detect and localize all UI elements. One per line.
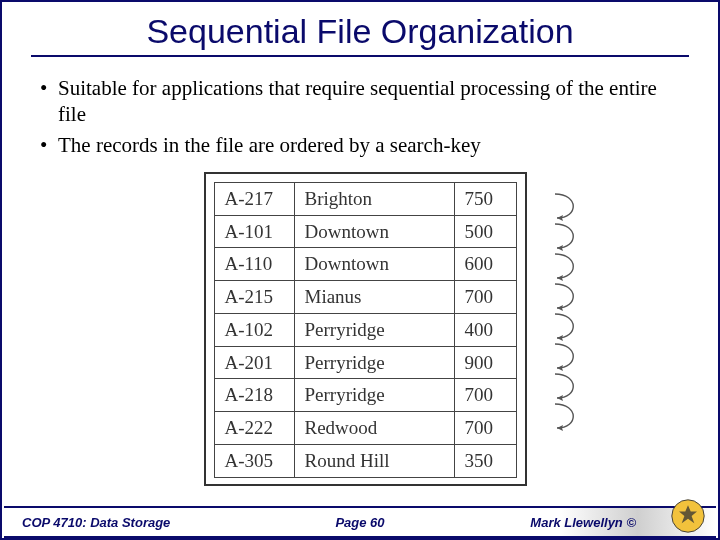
cell-name: Perryridge bbox=[294, 313, 454, 346]
cell-name: Perryridge bbox=[294, 346, 454, 379]
footer-left: COP 4710: Data Storage bbox=[22, 515, 170, 530]
footer-right: Mark Llewellyn © bbox=[530, 515, 636, 530]
table-row: A-102Perryridge400 bbox=[214, 313, 516, 346]
bullet-marker: • bbox=[40, 75, 58, 128]
cell-id: A-201 bbox=[214, 346, 294, 379]
record-table: A-217Brighton750A-101Downtown500A-110Dow… bbox=[214, 182, 517, 478]
table-row: A-201Perryridge900 bbox=[214, 346, 516, 379]
footer-center: Page 60 bbox=[335, 515, 384, 530]
cell-name: Brighton bbox=[294, 182, 454, 215]
cell-value: 600 bbox=[454, 248, 516, 281]
link-arrow-icon bbox=[553, 396, 587, 434]
cell-value: 700 bbox=[454, 412, 516, 445]
bullet-text: The records in the file are ordered by a… bbox=[58, 132, 690, 158]
table-row: A-218Perryridge700 bbox=[214, 379, 516, 412]
bullet-item: • Suitable for applications that require… bbox=[40, 75, 690, 128]
slide: Sequential File Organization • Suitable … bbox=[0, 0, 720, 540]
cell-id: A-222 bbox=[214, 412, 294, 445]
table-row: A-101Downtown500 bbox=[214, 215, 516, 248]
table-row: A-110Downtown600 bbox=[214, 248, 516, 281]
cell-id: A-102 bbox=[214, 313, 294, 346]
content-area: • Suitable for applications that require… bbox=[2, 57, 718, 486]
cell-id: A-217 bbox=[214, 182, 294, 215]
cell-value: 400 bbox=[454, 313, 516, 346]
cell-value: 500 bbox=[454, 215, 516, 248]
cell-name: Downtown bbox=[294, 248, 454, 281]
cell-value: 900 bbox=[454, 346, 516, 379]
bullet-text: Suitable for applications that require s… bbox=[58, 75, 690, 128]
cell-name: Redwood bbox=[294, 412, 454, 445]
footer: COP 4710: Data Storage Page 60 Mark Llew… bbox=[4, 506, 716, 538]
title-block: Sequential File Organization bbox=[2, 2, 718, 57]
cell-name: Perryridge bbox=[294, 379, 454, 412]
table-box: A-217Brighton750A-101Downtown500A-110Dow… bbox=[204, 172, 527, 486]
table-row: A-215Mianus700 bbox=[214, 281, 516, 314]
cell-id: A-101 bbox=[214, 215, 294, 248]
cell-name: Downtown bbox=[294, 215, 454, 248]
cell-value: 350 bbox=[454, 444, 516, 477]
bullet-marker: • bbox=[40, 132, 58, 158]
slide-title: Sequential File Organization bbox=[2, 12, 718, 55]
cell-name: Mianus bbox=[294, 281, 454, 314]
cell-id: A-110 bbox=[214, 248, 294, 281]
cell-value: 700 bbox=[454, 281, 516, 314]
table-row: A-222Redwood700 bbox=[214, 412, 516, 445]
table-row: A-217Brighton750 bbox=[214, 182, 516, 215]
cell-name: Round Hill bbox=[294, 444, 454, 477]
table-area: A-217Brighton750A-101Downtown500A-110Dow… bbox=[40, 172, 690, 486]
cell-id: A-215 bbox=[214, 281, 294, 314]
ucf-logo-icon bbox=[670, 498, 706, 534]
cell-id: A-305 bbox=[214, 444, 294, 477]
bullet-item: • The records in the file are ordered by… bbox=[40, 132, 690, 158]
cell-value: 750 bbox=[454, 182, 516, 215]
cell-value: 700 bbox=[454, 379, 516, 412]
table-row: A-305Round Hill350 bbox=[214, 444, 516, 477]
cell-id: A-218 bbox=[214, 379, 294, 412]
